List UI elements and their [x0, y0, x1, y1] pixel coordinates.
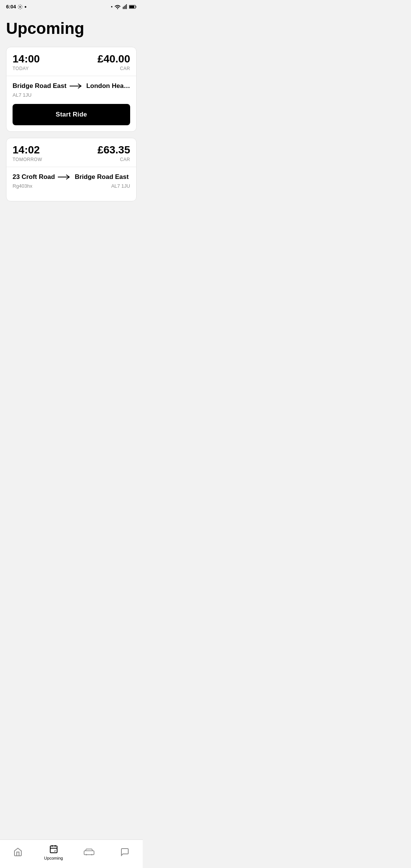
ride-1-from-name: Bridge Road East: [13, 82, 67, 90]
page-title: Upcoming: [6, 19, 137, 38]
status-time: 6:04 ●: [6, 4, 27, 10]
time-display: 6:04: [6, 4, 16, 10]
ride-2-route: 23 Croft Road Bridge Road East: [13, 173, 130, 181]
ride-1-to-name: London Heathrow ...: [86, 82, 130, 90]
ride-1-time: 14:00: [13, 53, 40, 65]
signal-dot: ●: [111, 5, 113, 8]
ride-card-1: 14:00 TODAY £40.00 CAR Bridge Road East …: [6, 47, 137, 132]
notification-dot: ●: [24, 5, 27, 9]
ride-1-price: £40.00: [97, 53, 130, 65]
battery-icon: [129, 5, 137, 9]
svg-rect-2: [124, 6, 125, 9]
svg-rect-7: [129, 5, 134, 8]
ride-1-time-block: 14:00 TODAY: [13, 53, 40, 71]
ride-2-to-name: Bridge Road East: [75, 173, 129, 181]
settings-icon: [18, 4, 23, 10]
ride-1-vehicle-type: CAR: [97, 66, 130, 71]
svg-rect-6: [136, 6, 136, 7]
status-bar: 6:04 ● ●: [0, 0, 143, 12]
svg-point-0: [19, 6, 21, 8]
status-icons: ●: [111, 4, 137, 10]
svg-rect-3: [125, 5, 126, 9]
ride-2-price: £63.35: [97, 144, 130, 156]
arrow-right-icon: [70, 83, 83, 89]
ride-2-price-block: £63.35 CAR: [97, 144, 130, 162]
ride-2-to-address: AL7 1JU: [111, 183, 130, 189]
svg-rect-1: [123, 7, 124, 9]
ride-card-1-body: Bridge Road East London Heathrow ... AL7…: [6, 76, 136, 131]
wifi-icon: [115, 5, 121, 9]
ride-1-day: TODAY: [13, 66, 40, 71]
ride-2-vehicle-type: CAR: [97, 157, 130, 162]
ride-2-day: TOMORROW: [13, 157, 42, 162]
svg-rect-4: [126, 4, 127, 9]
ride-1-from-address: AL7 1JU: [13, 92, 32, 98]
ride-card-2: 14:02 TOMORROW £63.35 CAR 23 Croft Road …: [6, 138, 137, 201]
ride-2-addresses: Rg403hx AL7 1JU: [13, 183, 130, 189]
arrow-right-icon-2: [58, 174, 72, 180]
ride-card-1-header: 14:00 TODAY £40.00 CAR: [6, 47, 136, 76]
ride-1-price-block: £40.00 CAR: [97, 53, 130, 71]
ride-1-addresses: AL7 1JU: [13, 92, 130, 98]
ride-2-time: 14:02: [13, 144, 42, 156]
ride-1-route: Bridge Road East London Heathrow ...: [13, 82, 130, 90]
start-ride-button[interactable]: Start Ride: [13, 104, 130, 125]
ride-card-2-header: 14:02 TOMORROW £63.35 CAR: [6, 138, 136, 167]
signal-bars-icon: [123, 4, 127, 10]
ride-2-from-name: 23 Croft Road: [13, 173, 55, 181]
ride-card-2-body: 23 Croft Road Bridge Road East Rg403hx A…: [6, 167, 136, 201]
page-content: Upcoming 14:00 TODAY £40.00 CAR Bridge R…: [0, 12, 143, 246]
ride-2-from-address: Rg403hx: [13, 183, 32, 189]
ride-2-time-block: 14:02 TOMORROW: [13, 144, 42, 162]
